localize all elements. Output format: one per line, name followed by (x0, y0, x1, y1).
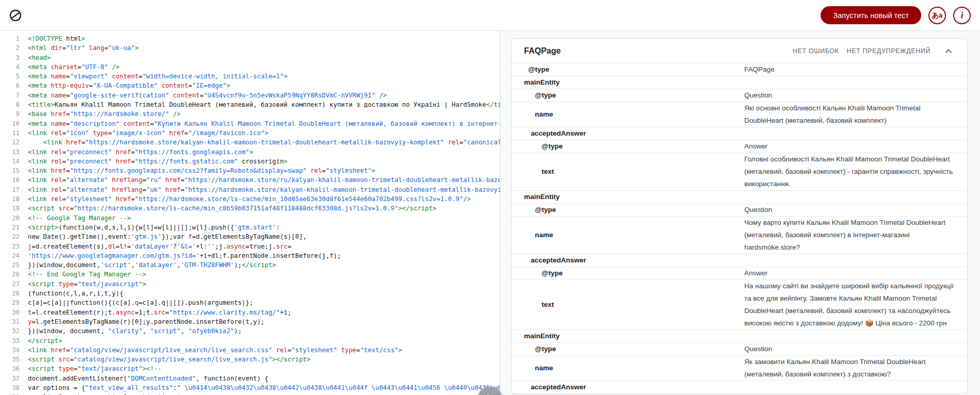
code-line: 7<meta name="google-site-verification" c… (0, 91, 500, 100)
line-number: 36 (0, 364, 20, 373)
code-text: <link rel="preconnect" href="https://fon… (20, 157, 287, 166)
code-text: <link rel="alternate" hreflang="uk" href… (20, 185, 500, 194)
code-text: j=d.createElement(s),dl=l!='dataLayer'?'… (20, 242, 291, 251)
line-number: 5 (0, 72, 20, 81)
property-row: nameЧому варто купити Кальян Khalil Mamo… (512, 216, 967, 254)
line-number: 24 (0, 251, 20, 260)
code-text: <meta name="description" content="Купити… (20, 119, 500, 128)
code-text: var liveSearch = new LiveSearch(options)… (20, 392, 185, 395)
code-editor[interactable]: 1<!DOCTYPE html>2<html dir="ltr" lang="u… (0, 31, 500, 395)
code-text: c[a]=c[a]||function(){(c[a].q=c[a].q||[]… (20, 298, 253, 307)
property-row: mainEntity (512, 76, 967, 89)
line-number: 34 (0, 345, 20, 355)
code-text: (function(c,l,a,r,i,t,y){ (20, 289, 123, 298)
code-text: <script src="catalog/view/javascript/liv… (20, 355, 311, 364)
run-new-test-button[interactable]: Запустить новый тест (821, 6, 921, 24)
property-value: Question (744, 89, 967, 102)
property-value: Як замовити Кальян Khalil Mamoon Trimeta… (744, 356, 967, 381)
code-line: 38var options = {"text_view_all_results"… (0, 383, 500, 392)
property-row: mainEntity (512, 330, 967, 342)
code-line: 28(function(c,l,a,r,i,t,y){ (0, 289, 500, 298)
code-line: 32})(window, document, "clarity", "scrip… (0, 326, 500, 336)
property-row: acceptedAnswer (512, 254, 967, 267)
no-errors-status: НЕТ ОШИБОК (793, 47, 839, 55)
property-key: text (542, 166, 744, 178)
code-text: <link rel="stylesheet" href="https://har… (20, 194, 471, 204)
code-text: <script type="text/javascript"> (20, 279, 146, 289)
collapse-chevron-up-icon[interactable] (942, 45, 955, 57)
line-number: 12 (0, 138, 20, 147)
code-text: <link href="https://hardsmoke.store/kaly… (20, 138, 500, 147)
property-row: acceptedAnswer (512, 381, 967, 393)
code-text: <script type="text/javascript"><!-- (20, 364, 161, 373)
translate-icon[interactable]: あa (928, 7, 946, 24)
code-text: <link href="https://fonts.googleapis.com… (20, 166, 375, 175)
code-line: 11<link rel="icon" type="image/x-icon" h… (0, 128, 500, 138)
property-key: mainEntity (524, 330, 744, 342)
code-line: 21<script>(function(w,d,s,l,i){w[l]=w[l]… (0, 223, 500, 232)
code-line: 25})(window,document,'script','dataLayer… (0, 260, 500, 270)
line-number: 30 (0, 308, 20, 317)
code-text: <meta name="viewport" content="width=dev… (20, 72, 288, 81)
result-status: НЕТ ОШИБОК НЕТ ПРЕДУПРЕЖДЕНИЙ (793, 45, 955, 57)
play-button[interactable] (478, 387, 502, 395)
line-number: 27 (0, 279, 20, 289)
info-icon[interactable]: i (953, 7, 971, 24)
property-key: acceptedAnswer (531, 381, 744, 393)
app-logo-globe-icon[interactable] (8, 8, 23, 23)
line-number: 16 (0, 175, 20, 185)
property-row: @typeAnswer (512, 267, 967, 279)
code-line: 1<!DOCTYPE html> (0, 34, 500, 43)
code-line: 35<script src="catalog/view/javascript/l… (0, 355, 500, 364)
line-number: 26 (0, 270, 20, 279)
code-text: var options = {"text_view_all_results":"… (20, 383, 500, 392)
property-key: name (535, 108, 744, 121)
line-number: 35 (0, 355, 20, 364)
line-number: 19 (0, 204, 20, 213)
code-line: 14<link rel="preconnect" href="https://f… (0, 157, 500, 166)
property-key: mainEntity (524, 191, 744, 203)
code-text: <html dir="ltr" lang="uk-ua"> (20, 43, 139, 53)
property-key: name (535, 362, 744, 374)
code-line: 18<link rel="stylesheet" href="https://h… (0, 194, 500, 204)
code-line: 30t=l.createElement(r);t.async=1;t.src="… (0, 308, 500, 317)
line-number: 9 (0, 109, 20, 119)
code-text: <link rel="alternate" hreflang="ru" href… (20, 175, 500, 185)
result-card-header: FAQPage НЕТ ОШИБОК НЕТ ПРЕДУПРЕЖДЕНИЙ (512, 39, 967, 63)
code-line: 34<link href="catalog/view/javascript/li… (0, 345, 500, 355)
code-line: 6<meta http-equiv="X-UA-Compatible" cont… (0, 81, 500, 90)
line-number: 25 (0, 260, 20, 270)
result-type-title: FAQPage (524, 46, 561, 56)
code-line: 31y=l.getElementsByTagName(r)[0];y.paren… (0, 317, 500, 326)
no-warnings-status: НЕТ ПРЕДУПРЕЖДЕНИЙ (847, 47, 930, 55)
code-line: 2<html dir="ltr" lang="uk-ua"> (0, 43, 500, 53)
code-text: })(window,document,'script','dataLayer',… (20, 260, 276, 270)
line-number: 8 (0, 100, 20, 109)
line-number: 18 (0, 194, 20, 204)
property-value: Answer (744, 267, 967, 279)
property-row: nameЯк замовити Кальян Khalil Mamoon Tri… (512, 355, 967, 381)
topbar: Запустить новый тест あa i (0, 0, 980, 31)
property-row: @typeQuestion (512, 342, 967, 355)
code-text: document.addEventListener("DOMContentLoa… (20, 374, 268, 383)
property-value: Головні особливості Кальян Khalil Mamoon… (744, 153, 967, 190)
line-number: 33 (0, 336, 20, 345)
line-number: 31 (0, 317, 20, 326)
line-number: 1 (0, 34, 20, 43)
code-text: <link rel="preconnect" href="https://fon… (20, 147, 253, 157)
line-number: 32 (0, 326, 20, 336)
property-value: Чому варто купити Кальян Khalil Mamoon T… (744, 217, 967, 254)
code-text: new Date().getTime(),event:'gtm.js'});va… (20, 232, 306, 241)
line-number: 2 (0, 43, 20, 53)
line-number: 10 (0, 119, 20, 128)
line-number: 20 (0, 213, 20, 223)
line-number: 17 (0, 185, 20, 194)
code-line: 13<link rel="preconnect" href="https://f… (0, 147, 500, 157)
property-key: acceptedAnswer (531, 254, 744, 267)
line-number: 4 (0, 62, 20, 72)
code-line: 9<base href="https://hardsmoke.store/" /… (0, 109, 500, 119)
line-number: 21 (0, 223, 20, 232)
line-number: 13 (0, 147, 20, 157)
property-row: @typeFAQPage (512, 63, 967, 76)
code-text: <script>(function(w,d,s,l,i){w[l]=w[l]||… (20, 223, 280, 232)
